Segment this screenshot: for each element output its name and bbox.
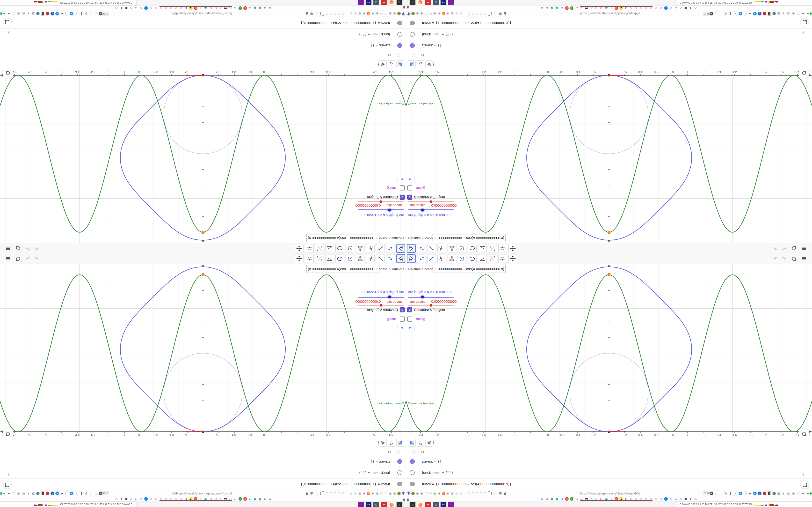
mini-extension-dot[interactable] xyxy=(466,490,471,497)
globe-icon[interactable]: ⊕ xyxy=(459,10,463,17)
tools-icon[interactable]: ✱ xyxy=(371,490,375,497)
arc-length-slider[interactable] xyxy=(408,209,454,210)
search-icon[interactable] xyxy=(790,253,798,264)
pull-icon[interactable]: ↓ xyxy=(757,10,762,17)
arc-icon[interactable]: ◠ xyxy=(424,490,428,497)
globe-icon[interactable]: ⊕ xyxy=(358,10,362,17)
algebra-row-funcNames[interactable]: funcNames = {" "} xyxy=(0,29,406,40)
mini-extension-dot[interactable] xyxy=(466,10,471,17)
pull-icon[interactable]: ↓ xyxy=(50,490,55,497)
globe-icon[interactable]: ⊕ xyxy=(353,10,358,17)
mini-extension-dot[interactable] xyxy=(483,490,487,497)
tool-point-button[interactable]: A xyxy=(417,254,426,263)
search-icon[interactable] xyxy=(790,243,798,253)
visibility-toggle[interactable] xyxy=(397,32,402,37)
tab-favicon[interactable]: ◉ xyxy=(253,6,257,10)
arc-icon[interactable]: ◠ xyxy=(424,10,428,17)
tab-favicon[interactable]: Я xyxy=(243,6,248,10)
translate-icon[interactable]: A xyxy=(99,490,103,497)
list-all-tabs-icon[interactable]: ⌃ xyxy=(2,497,5,501)
globe-icon[interactable]: ⊕ xyxy=(450,10,454,17)
globe-icon[interactable]: ⊕ xyxy=(375,10,379,17)
tab-favicon[interactable]: ✓ xyxy=(570,497,574,501)
tool-polygon-button[interactable] xyxy=(448,244,456,253)
tab-favicon[interactable]: G xyxy=(134,497,139,501)
tool-slider-button[interactable]: a=2 xyxy=(305,254,314,263)
url-text[interactable]: https://www.geogebra.org/classic/aagcxh3… xyxy=(172,10,232,17)
clipboard-icon[interactable]: ▤ xyxy=(31,490,35,497)
colorful-globe-icon[interactable] xyxy=(772,10,776,17)
tool-perpendicular-line-button[interactable] xyxy=(366,244,374,253)
tab-favicon[interactable]: G xyxy=(263,497,267,501)
play-pause-button[interactable]: ▶❙ xyxy=(408,177,414,182)
tab-favicon[interactable]: ◉ xyxy=(555,497,559,501)
tab-favicon[interactable]: ◇ xyxy=(114,497,119,501)
wrench-icon[interactable]: ✦ xyxy=(801,490,805,497)
tool-move-graphics-view-button[interactable] xyxy=(295,254,304,263)
mini-extension-dot[interactable] xyxy=(470,490,475,497)
tab-favicon[interactable]: ◇ xyxy=(154,6,158,10)
tab-favicon[interactable]: G xyxy=(560,497,564,501)
tool-point-button[interactable]: A xyxy=(386,244,395,253)
trash-icon[interactable] xyxy=(41,10,45,17)
mini-extension-dot[interactable] xyxy=(337,490,342,497)
algebra-list-header[interactable]: – List xyxy=(0,51,406,59)
tab-favicon[interactable]: ✱ xyxy=(684,497,688,501)
globe-icon[interactable]: ⊕ xyxy=(791,490,796,497)
url-text[interactable]: https://www.geogebra.org/classic/aagcxh3… xyxy=(580,10,640,17)
tab-favicon[interactable]: f xyxy=(119,6,123,10)
mini-extension-dot[interactable] xyxy=(470,10,475,17)
tab-favicon[interactable]: ◇ xyxy=(694,497,698,501)
collapse-icon[interactable]: – xyxy=(396,53,400,57)
tab-favicon[interactable]: ✓ xyxy=(570,6,574,10)
tool-reflect-about-line-button[interactable] xyxy=(488,254,497,263)
pull-icon[interactable]: ↓ xyxy=(757,490,762,497)
globe-icon[interactable]: ⊕ xyxy=(388,490,393,497)
tab-favicon[interactable]: G xyxy=(263,6,267,10)
wrench-icon[interactable]: ✦ xyxy=(7,10,11,17)
globe-icon[interactable]: ⊕ xyxy=(454,490,459,497)
list-all-tabs-icon[interactable]: ⌃ xyxy=(807,497,810,501)
tab-favicon[interactable]: G xyxy=(248,6,252,10)
row-more-options-icon[interactable] xyxy=(803,472,804,477)
algebra-row-funcs[interactable]: funcs = {1.000000000000 + cos(4.00000000… xyxy=(406,478,812,490)
tab-favicon[interactable]: ✱ xyxy=(124,497,129,501)
algebra-list-header[interactable]: – List xyxy=(0,448,406,456)
tab-favicon[interactable]: G xyxy=(674,497,678,501)
colorful-globe-icon[interactable] xyxy=(36,490,40,497)
tab-favicon[interactable]: ◇ xyxy=(669,6,673,10)
tab-favicon[interactable]: G xyxy=(134,6,139,10)
terminal-app-icon[interactable]: >_ xyxy=(396,502,403,507)
arc-position-slider-handle[interactable] xyxy=(430,304,433,306)
tab-favicon[interactable]: f xyxy=(119,497,123,501)
undo-button[interactable]: ↶ xyxy=(771,243,779,253)
tool-angle-button[interactable]: α xyxy=(325,254,334,263)
menu-icon[interactable] xyxy=(800,253,808,264)
pull-icon[interactable]: ↓ xyxy=(50,10,55,17)
tool-conic-through-points-button[interactable] xyxy=(468,254,476,263)
arc-icon[interactable]: ◠ xyxy=(384,10,388,17)
tool-move-graphics-view-button[interactable] xyxy=(295,244,304,253)
translate-icon[interactable]: A xyxy=(99,10,103,17)
arc-icon[interactable]: ◠ xyxy=(428,490,433,497)
algebra-row-funcs[interactable]: funcs = {1.000000000000 + cos(4.00000000… xyxy=(406,17,812,29)
highlighter-icon[interactable]: ╱ xyxy=(733,10,738,17)
redo-button[interactable]: ↷ xyxy=(24,243,33,253)
more-options-icon[interactable] xyxy=(378,62,379,67)
gear-icon[interactable]: ✱ xyxy=(748,10,752,17)
firefox-icon[interactable] xyxy=(366,490,371,497)
bookmark-star-icon[interactable]: ☆ xyxy=(714,490,718,497)
mini-extension-dot[interactable] xyxy=(329,490,333,497)
globe-icon[interactable]: ⊕ xyxy=(16,10,21,17)
mini-extension-dot[interactable] xyxy=(341,10,346,17)
algebra-row-curves[interactable]: curves = {} xyxy=(406,40,812,51)
visibility-toggle[interactable] xyxy=(410,21,415,25)
folder-icon[interactable] xyxy=(320,490,324,497)
firefox-app-icon[interactable] xyxy=(389,502,395,507)
tab-favicon[interactable]: ◇ xyxy=(678,497,683,501)
tool-line-button[interactable] xyxy=(427,254,436,263)
display-app-icon[interactable]: ▢ xyxy=(373,502,379,507)
firefox-app-icon[interactable] xyxy=(417,502,423,507)
curvature-function-dropdown[interactable]: 1.000000000000 + cos(4.000000000000 x) xyxy=(433,265,506,273)
tab-favicon[interactable]: ◇ xyxy=(654,497,658,501)
